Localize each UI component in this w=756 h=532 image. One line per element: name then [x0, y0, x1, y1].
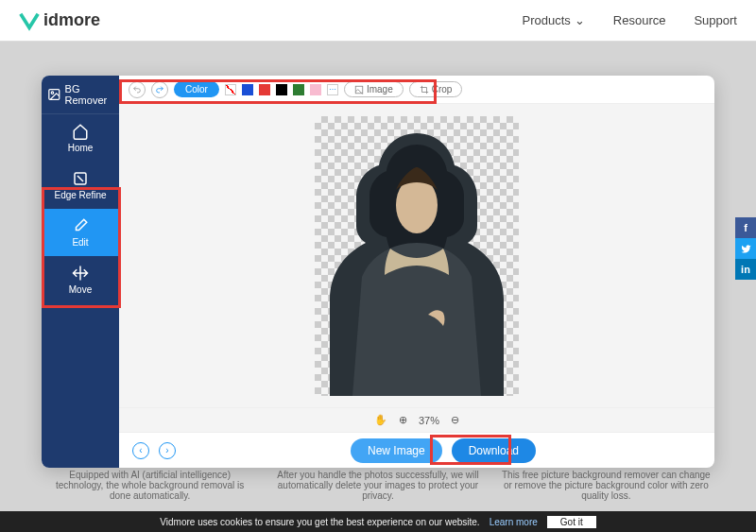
swatch-green[interactable]: [293, 84, 304, 95]
sidebar-label: Home: [68, 143, 94, 153]
edge-refine-icon: [72, 170, 89, 187]
bg-remover-app: BG Remover Home Edge Refine Edit Move Co…: [42, 76, 714, 468]
app-title: BG Remover: [42, 76, 119, 114]
feature-col-1: Equipped with AI (artificial intelligenc…: [45, 470, 254, 501]
image-canvas[interactable]: [315, 116, 519, 396]
sidebar-item-home[interactable]: Home: [42, 114, 119, 162]
sidebar-label: Move: [69, 284, 92, 295]
cookie-gotit-button[interactable]: Got it: [547, 516, 596, 528]
color-tab[interactable]: Color: [174, 81, 219, 97]
swatch-transparent[interactable]: [225, 84, 236, 95]
redo-button[interactable]: [151, 81, 168, 98]
undo-icon: [132, 85, 142, 94]
picture-icon: [354, 85, 364, 94]
undo-button[interactable]: [129, 81, 146, 98]
nav-support[interactable]: Support: [694, 13, 737, 27]
new-image-button[interactable]: New Image: [351, 438, 442, 463]
feature-col-3: This free picture background remover can…: [502, 470, 711, 501]
more-colors-button[interactable]: ⋯: [327, 84, 338, 95]
sidebar-item-move[interactable]: Move: [42, 256, 119, 303]
crop-icon: [420, 85, 429, 94]
chevron-down-icon: ⌄: [575, 13, 585, 27]
cookie-learn-more[interactable]: Learn more: [490, 517, 538, 527]
zoom-percent: 37%: [419, 415, 439, 426]
next-button[interactable]: ›: [159, 442, 176, 459]
home-icon: [72, 123, 89, 140]
redo-icon: [155, 85, 164, 94]
feature-col-2: After you handle the photos successfully…: [273, 470, 482, 501]
swatch-pink[interactable]: [310, 84, 321, 95]
twitter-icon: [741, 244, 751, 254]
svg-rect-3: [355, 86, 363, 94]
logo[interactable]: idmore: [19, 10, 100, 31]
twitter-share[interactable]: [735, 238, 756, 259]
crop-button[interactable]: Crop: [409, 81, 463, 97]
feature-columns: Equipped with AI (artificial intelligenc…: [45, 470, 711, 501]
download-button[interactable]: Download: [452, 438, 536, 463]
swatch-black[interactable]: [276, 84, 287, 95]
image-icon: [47, 86, 61, 103]
move-icon: [72, 265, 89, 282]
social-rail: f in: [735, 217, 756, 280]
logo-icon: [19, 10, 40, 31]
svg-point-1: [51, 92, 53, 94]
zoom-controls: ✋ ⊕ 37% ⊖: [119, 407, 714, 432]
sidebar: BG Remover Home Edge Refine Edit Move: [42, 76, 119, 468]
subject-image: [315, 116, 519, 396]
swatch-blue[interactable]: [242, 84, 253, 95]
image-bg-button[interactable]: Image: [344, 81, 404, 97]
prev-button[interactable]: ‹: [132, 442, 149, 459]
sidebar-label: Edit: [72, 237, 88, 248]
pan-tool-icon[interactable]: ✋: [374, 414, 387, 426]
nav-resource[interactable]: Resource: [613, 13, 666, 27]
zoom-in-icon[interactable]: ⊕: [399, 414, 407, 426]
canvas-area[interactable]: [119, 104, 714, 407]
zoom-out-icon[interactable]: ⊖: [451, 414, 459, 426]
edit-toolbar: Color ⋯ Image Crop: [119, 76, 714, 104]
top-nav: idmore Products⌄ Resource Support: [0, 0, 756, 42]
app-title-text: BG Remover: [65, 83, 113, 106]
linkedin-share[interactable]: in: [735, 259, 756, 280]
main-panel: Color ⋯ Image Crop: [119, 76, 714, 468]
logo-text: idmore: [43, 10, 100, 30]
swatch-red[interactable]: [259, 84, 270, 95]
facebook-share[interactable]: f: [735, 217, 756, 238]
cookie-banner: Vidmore uses cookies to ensure you get t…: [0, 511, 756, 532]
sidebar-item-edge-refine[interactable]: Edge Refine: [42, 162, 119, 209]
footer-bar: ‹ › New Image Download: [119, 432, 714, 468]
nav-products[interactable]: Products⌄: [523, 13, 585, 27]
cookie-text: Vidmore uses cookies to ensure you get t…: [160, 517, 479, 527]
sidebar-item-edit[interactable]: Edit: [42, 209, 119, 256]
edit-icon: [72, 217, 89, 234]
sidebar-label: Edge Refine: [54, 190, 106, 200]
